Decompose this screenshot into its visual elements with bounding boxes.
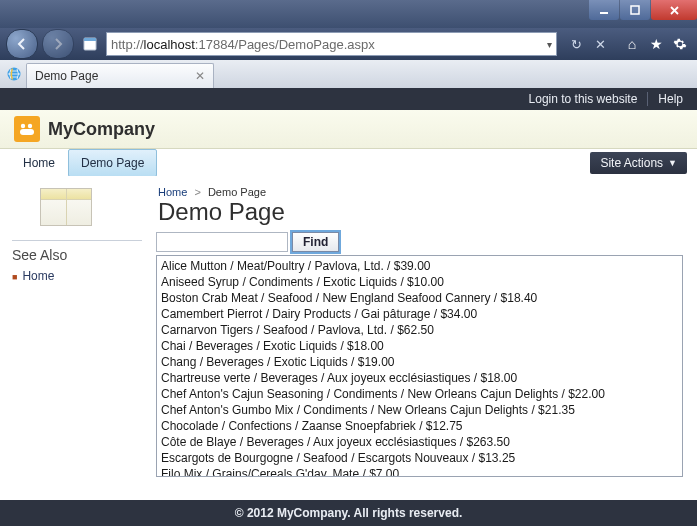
find-input[interactable]: [156, 232, 288, 252]
stop-icon[interactable]: ✕: [589, 33, 611, 55]
chevron-down-icon: ▼: [668, 158, 677, 168]
list-item[interactable]: Aniseed Syrup / Condiments / Exotic Liqu…: [161, 274, 678, 290]
find-row: Find: [156, 232, 683, 252]
see-also-item-label: Home: [22, 269, 54, 283]
home-icon[interactable]: ⌂: [621, 33, 643, 55]
window-maximize-button[interactable]: [620, 0, 650, 20]
menu-bar: Home Demo Page Site Actions ▼: [0, 149, 697, 178]
list-item[interactable]: Chang / Beverages / Exotic Liquids / $19…: [161, 354, 678, 370]
brand-bar: MyCompany: [0, 110, 697, 149]
list-item[interactable]: Chai / Beverages / Exotic Liquids / $18.…: [161, 338, 678, 354]
forward-button[interactable]: [42, 29, 74, 59]
svg-rect-1: [631, 6, 639, 14]
url-host: localhost: [144, 37, 195, 52]
tab-title: Demo Page: [35, 69, 98, 83]
site-actions-label: Site Actions: [600, 156, 663, 170]
list-item[interactable]: Chef Anton's Gumbo Mix / Condiments / Ne…: [161, 402, 678, 418]
tools-icon[interactable]: [669, 33, 691, 55]
tab-close-icon[interactable]: ✕: [195, 69, 205, 83]
list-item[interactable]: Chef Anton's Cajun Seasoning / Condiment…: [161, 386, 678, 402]
url-scheme: http://: [111, 37, 144, 52]
list-item[interactable]: Côte de Blaye / Beverages / Aux joyeux e…: [161, 434, 678, 450]
brand-logo-icon: [14, 116, 40, 142]
list-item[interactable]: Chartreuse verte / Beverages / Aux joyeu…: [161, 370, 678, 386]
browser-tab[interactable]: Demo Page ✕: [26, 63, 214, 88]
window-titlebar: [0, 0, 697, 28]
page-viewport: Login to this website Help MyCompany Hom…: [0, 88, 697, 526]
svg-rect-0: [600, 12, 608, 14]
refresh-icon[interactable]: ↻: [565, 33, 587, 55]
help-link[interactable]: Help: [658, 92, 683, 106]
list-item[interactable]: Boston Crab Meat / Seafood / New England…: [161, 290, 678, 306]
footer-text: © 2012 MyCompany. All rights reserved.: [235, 506, 463, 520]
menu-demo-page[interactable]: Demo Page: [68, 149, 157, 177]
top-banner: Login to this website Help: [0, 88, 697, 110]
sidebar-divider: [12, 240, 142, 241]
brand-title: MyCompany: [48, 119, 155, 140]
breadcrumb-separator: >: [194, 186, 200, 198]
breadcrumb-current: Demo Page: [208, 186, 266, 198]
page-thumbnail-icon: [40, 188, 92, 226]
login-link[interactable]: Login to this website: [529, 92, 638, 106]
list-item[interactable]: Carnarvon Tigers / Seafood / Pavlova, Lt…: [161, 322, 678, 338]
back-button[interactable]: [6, 29, 38, 59]
menu-home[interactable]: Home: [10, 149, 68, 177]
browser-navbar: http://localhost:17884/Pages/DemoPage.as…: [0, 28, 697, 60]
svg-rect-5: [84, 38, 96, 41]
find-button[interactable]: Find: [292, 232, 339, 252]
favorites-icon[interactable]: ★: [645, 33, 667, 55]
window-minimize-button[interactable]: [589, 0, 619, 20]
product-listbox[interactable]: Alice Mutton / Meat/Poultry / Pavlova, L…: [156, 255, 683, 477]
window-close-button[interactable]: [651, 0, 697, 20]
bullet-icon: ■: [12, 272, 17, 282]
page-title: Demo Page: [158, 198, 683, 226]
tab-favicon: [6, 66, 22, 82]
svg-rect-9: [20, 129, 34, 135]
breadcrumb-home[interactable]: Home: [158, 186, 187, 198]
svg-point-7: [21, 124, 25, 128]
page-icon: [82, 36, 98, 52]
left-sidebar: See Also ■Home: [0, 176, 150, 500]
url-path: :17884/Pages/DemoPage.aspx: [195, 37, 375, 52]
banner-divider: [647, 92, 648, 106]
browser-tabstrip: Demo Page ✕: [0, 60, 697, 89]
url-dropdown-icon[interactable]: ▾: [547, 39, 552, 50]
page-footer: © 2012 MyCompany. All rights reserved.: [0, 500, 697, 526]
site-actions-button[interactable]: Site Actions ▼: [590, 152, 687, 174]
address-bar[interactable]: http://localhost:17884/Pages/DemoPage.as…: [106, 32, 557, 56]
list-item[interactable]: Filo Mix / Grains/Cereals G'day, Mate / …: [161, 466, 678, 477]
breadcrumb: Home > Demo Page: [158, 186, 683, 198]
see-also-heading: See Also: [12, 247, 142, 263]
list-item[interactable]: Chocolade / Confections / Zaanse Snoepfa…: [161, 418, 678, 434]
main-content: Home > Demo Page Demo Page Find Alice Mu…: [150, 176, 697, 500]
svg-point-8: [28, 124, 32, 128]
list-item[interactable]: Escargots de Bourgogne / Seafood / Escar…: [161, 450, 678, 466]
list-item[interactable]: Camembert Pierrot / Dairy Products / Gai…: [161, 306, 678, 322]
see-also-item-home[interactable]: ■Home: [12, 269, 142, 283]
list-item[interactable]: Alice Mutton / Meat/Poultry / Pavlova, L…: [161, 258, 678, 274]
